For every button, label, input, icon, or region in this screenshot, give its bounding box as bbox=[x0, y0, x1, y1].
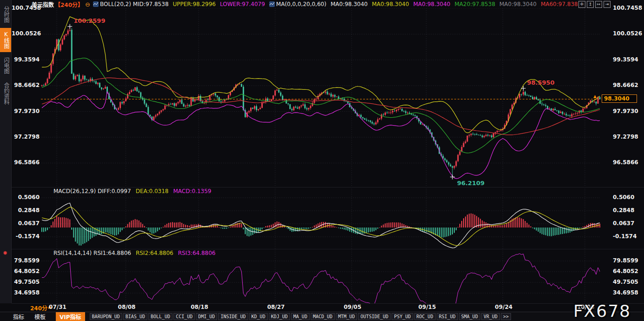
x-tick-08/18: 08/18 bbox=[191, 304, 208, 310]
x-tick-09/24: 09/24 bbox=[495, 304, 512, 310]
toolbar-tab-KDJ_UD[interactable]: KDJ_UD bbox=[269, 313, 290, 320]
legend-item: UPPER:98.2996 bbox=[173, 1, 216, 7]
toolbar-tab-ROC_UD[interactable]: ROC_UD bbox=[414, 313, 436, 320]
pane-dock-icon[interactable]: ↥ bbox=[587, 1, 594, 8]
axis-label: 0.2848 bbox=[12, 207, 41, 214]
toolbar-tab-PSY_UD[interactable]: PSY_UD bbox=[392, 313, 413, 320]
macd-panel[interactable] bbox=[41, 187, 601, 249]
alert-icon[interactable]: ✹ bbox=[3, 250, 7, 256]
legend-item: RSI(14,14,14) RSI1:64.8806 bbox=[53, 250, 131, 256]
toolbar-tab-MTM_UD[interactable]: MTM_UD bbox=[336, 313, 357, 320]
x-tick-07/31: 07/31 bbox=[49, 304, 66, 310]
legend-item: BOLL(20,2) MID:97.8538 bbox=[100, 1, 169, 7]
rsi-legend: RSI(14,14,14) RSI1:64.8806RSI2:64.8806RS… bbox=[53, 250, 220, 256]
bottom-toolbar: 指标模板VIP指标BARUPDN_UDBIAS_UDBOLL_UDCCI_UDD… bbox=[0, 312, 644, 321]
axis-label: 97.2798 bbox=[12, 134, 41, 140]
toolbar-tab-BIAS_UD[interactable]: BIAS_UD bbox=[123, 313, 147, 320]
collapse-icon[interactable]: ⊖ bbox=[85, 1, 90, 8]
axis-label: 0.0637 bbox=[12, 220, 41, 227]
main-candlestick-chart[interactable]: ▲100.259998.595096.2109 bbox=[41, 8, 601, 187]
axis-label: 64.8052 bbox=[12, 268, 41, 274]
axis-label: 99.3594 bbox=[602, 56, 641, 63]
rsi-panel[interactable] bbox=[41, 249, 601, 303]
axis-label: 100.0526 bbox=[602, 30, 641, 37]
axis-label: 0.5060 bbox=[602, 194, 641, 201]
axis-label: 0.0637 bbox=[602, 220, 641, 227]
axis-label: 0.2848 bbox=[602, 207, 641, 214]
toolbar-tab-SMA_UD[interactable]: SMA_UD bbox=[459, 313, 480, 320]
toolbar-vip-button[interactable]: VIP指标 bbox=[56, 312, 85, 321]
x-tick-09/05: 09/05 bbox=[344, 304, 361, 310]
app-window: 分时图K线图闪电图合约资料 美元指数 【240分】 ⊖ BOLL(20,2) M… bbox=[0, 0, 644, 321]
sidebar-item-2[interactable]: 闪电图 bbox=[0, 54, 11, 77]
legend-item: DEA:0.0318 bbox=[136, 188, 169, 194]
axis-label: 97.9730 bbox=[12, 108, 41, 114]
axis-label: -0.1574 bbox=[602, 233, 641, 240]
toolbar-more-button[interactable]: >> bbox=[501, 313, 511, 320]
axis-label: 64.8052 bbox=[602, 268, 641, 274]
toolbar-button-1[interactable]: 模板 bbox=[34, 313, 46, 321]
panel-divider bbox=[12, 249, 644, 249]
legend-item: MACD(26,12,9) DIFF:0.0997 bbox=[53, 188, 131, 194]
axis-label: 96.5866 bbox=[602, 159, 641, 166]
sidebar-item-1[interactable]: K线图 bbox=[0, 28, 11, 52]
toolbar-tab-OUTSIDE_UD[interactable]: OUTSIDE_UD bbox=[358, 313, 391, 320]
chart-header: 美元指数 【240分】 ⊖ BOLL(20,2) MID:97.8538UPPE… bbox=[12, 0, 581, 8]
axis-label: 100.7458 bbox=[602, 5, 641, 11]
sidebar-item-3[interactable]: 合约资料 bbox=[0, 79, 11, 108]
svg-text:98.5950: 98.5950 bbox=[527, 79, 554, 86]
toolbar-tab-INSIDE_UD[interactable]: INSIDE_UD bbox=[218, 313, 248, 320]
x-tick-08/08: 08/08 bbox=[118, 304, 136, 310]
toolbar-tab-CCI_UD[interactable]: CCI_UD bbox=[173, 313, 195, 320]
legend-item: MA0:98.3040 bbox=[372, 1, 409, 7]
axis-label: 34.6958 bbox=[12, 289, 41, 296]
axis-label: 98.6662 bbox=[12, 82, 41, 88]
legend-item: LOWER:97.4079 bbox=[220, 1, 265, 7]
sidebar-item-0[interactable]: 分时图 bbox=[0, 3, 11, 26]
legend-item: MA0:98.3040 bbox=[413, 1, 451, 7]
svg-text:▲: ▲ bbox=[593, 94, 597, 99]
toolbar-tab-MA_UD[interactable]: MA_UD bbox=[291, 313, 310, 320]
toolbar-tab-DMI_UD[interactable]: DMI_UD bbox=[196, 313, 217, 320]
legend-item: RSI2:64.8806 bbox=[136, 250, 173, 256]
x-tick-09/15: 09/15 bbox=[418, 304, 436, 310]
pane-next-icon[interactable]: ↦ bbox=[595, 1, 602, 8]
legend-item: MA0:98.3040 bbox=[499, 1, 537, 7]
timeframe-label[interactable]: 240分 bbox=[30, 304, 47, 312]
period-label: 【240分】 bbox=[55, 0, 83, 8]
axis-label: 97.9730 bbox=[602, 108, 641, 114]
axis-label: 100.0526 bbox=[12, 30, 41, 37]
toolbar-button-0[interactable]: 指标 bbox=[13, 313, 24, 321]
legend-item: RSI3:64.8806 bbox=[178, 250, 216, 256]
svg-text:100.2599: 100.2599 bbox=[73, 17, 105, 24]
current-price-tag: 98.3040 bbox=[602, 94, 637, 103]
svg-text:96.2109: 96.2109 bbox=[457, 180, 485, 187]
ma-indicator-icon bbox=[269, 1, 275, 7]
toolbar-tab-BARUPDN_UD[interactable]: BARUPDN_UD bbox=[90, 313, 122, 320]
axis-label: -0.1574 bbox=[12, 233, 41, 240]
macd-legend: MACD(26,12,9) DIFF:0.0997DEA:0.0318MACD:… bbox=[53, 188, 216, 194]
toolbar-tab-KD_UD[interactable]: KD_UD bbox=[249, 313, 268, 320]
toolbar-tab-RSI_UD[interactable]: RSI_UD bbox=[437, 313, 458, 320]
legend-item: MA(0,0,0,20,0,60) bbox=[276, 1, 326, 7]
toolbar-tab-VR_UD[interactable]: VR_UD bbox=[481, 313, 500, 320]
legend-item: MA60:97.838 bbox=[541, 1, 578, 7]
x-tick-08/27: 08/27 bbox=[267, 304, 285, 310]
axis-label: 100.7458 bbox=[12, 5, 41, 11]
axis-label: 96.5866 bbox=[12, 159, 41, 166]
axis-label: 79.8599 bbox=[12, 257, 41, 264]
axis-label: 49.7505 bbox=[12, 279, 41, 285]
y-axis-left: 100.7458100.052699.359498.666297.973097.… bbox=[12, 0, 40, 303]
legend-item: MA0:98.3040 bbox=[331, 1, 368, 7]
boll-indicator-icon bbox=[93, 1, 99, 7]
move-tool-icon[interactable]: ✛ bbox=[578, 1, 585, 8]
axis-label: 97.2798 bbox=[602, 134, 641, 140]
indicator-legend: BOLL(20,2) MID:97.8538UPPER:98.2996LOWER… bbox=[93, 1, 581, 7]
sidebar: 分时图K线图闪电图合约资料 bbox=[0, 0, 12, 303]
x-tick-10/03: 10/03 bbox=[577, 304, 595, 310]
axis-label: 49.7505 bbox=[602, 279, 641, 285]
axis-label: 79.8599 bbox=[602, 257, 641, 264]
legend-item: MACD:0.1359 bbox=[173, 188, 212, 194]
toolbar-tab-BOLL_UD[interactable]: BOLL_UD bbox=[148, 313, 173, 320]
toolbar-tab-MACD_UD[interactable]: MACD_UD bbox=[311, 313, 335, 320]
